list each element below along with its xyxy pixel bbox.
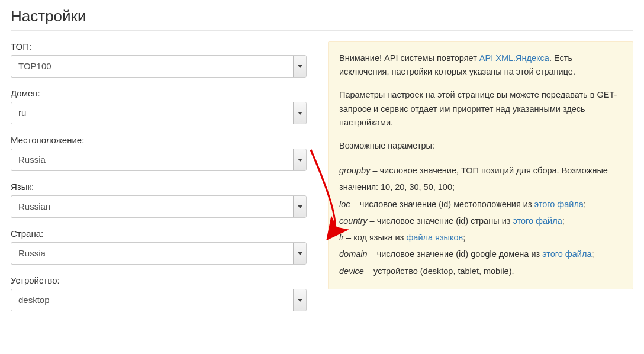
parameters-list: groupby – числовое значение, ТОП позиций… xyxy=(339,162,622,279)
chevron-down-icon[interactable] xyxy=(293,243,306,264)
param-desc: ; xyxy=(562,216,565,226)
param-name: lr xyxy=(339,233,344,242)
field-location: Местоположение: Russia xyxy=(11,135,307,171)
language-select[interactable]: Russian xyxy=(11,195,307,218)
field-device: Устройство: desktop xyxy=(11,275,307,311)
param-desc: – числовое значение (id) страны из xyxy=(368,216,513,226)
param-desc: – устройство (desktop, tablet, mobile). xyxy=(364,266,514,276)
info-paragraph-3: Возможные параметры: xyxy=(339,139,622,153)
param-name: domain xyxy=(339,249,368,259)
info-paragraph-1: Внимание! API системы повторяет API XML.… xyxy=(339,52,622,79)
field-domain: Домен: ru xyxy=(11,88,307,124)
device-select[interactable]: desktop xyxy=(11,289,307,311)
param-desc: ; xyxy=(591,249,594,259)
param-name: device xyxy=(339,266,364,276)
location-select-value: Russia xyxy=(11,149,307,171)
domain-select[interactable]: ru xyxy=(11,102,307,124)
param-country: country – числовое значение (id) страны … xyxy=(339,213,622,229)
param-device: device – устройство (desktop, tablet, mo… xyxy=(339,263,622,279)
loc-file-link[interactable]: этого файла xyxy=(534,199,584,209)
param-lr: lr – код языка из файла языков; xyxy=(339,229,622,246)
device-label: Устройство: xyxy=(11,275,307,285)
settings-form: ТОП: TOP100 Домен: ru Местоположение: Ru… xyxy=(11,41,307,322)
chevron-down-icon[interactable] xyxy=(293,149,306,170)
chevron-down-icon[interactable] xyxy=(293,196,306,217)
country-label: Страна: xyxy=(11,229,307,239)
field-country: Страна: Russia xyxy=(11,229,307,265)
param-domain: domain – числовое значение (id) google д… xyxy=(339,246,622,262)
info-text: Внимание! API системы повторяет xyxy=(339,53,479,63)
info-panel: Внимание! API системы повторяет API XML.… xyxy=(328,41,633,289)
domain-file-link[interactable]: этого файла xyxy=(542,249,591,259)
domain-select-value: ru xyxy=(11,102,307,124)
param-desc: ; xyxy=(584,199,586,209)
info-paragraph-2: Параметры настроек на этой странице вы м… xyxy=(339,88,622,130)
field-top: ТОП: TOP100 xyxy=(11,41,307,78)
language-label: Язык: xyxy=(11,182,307,192)
top-label: ТОП: xyxy=(11,41,307,52)
api-xml-link[interactable]: API XML.Яндекса xyxy=(479,53,549,63)
device-select-value: desktop xyxy=(11,289,307,311)
country-file-link[interactable]: этого файла xyxy=(513,216,562,226)
country-select-value: Russia xyxy=(11,242,307,265)
param-loc: loc – числовое значение (id) местоположе… xyxy=(339,196,622,213)
chevron-down-icon[interactable] xyxy=(293,289,306,311)
top-select[interactable]: TOP100 xyxy=(11,55,307,78)
param-name: country xyxy=(339,216,368,226)
lr-file-link[interactable]: файла языков xyxy=(406,233,463,242)
param-desc: – код языка из xyxy=(344,233,406,242)
top-select-value: TOP100 xyxy=(11,55,307,78)
country-select[interactable]: Russia xyxy=(11,242,307,265)
param-desc: ; xyxy=(463,233,465,242)
chevron-down-icon[interactable] xyxy=(293,56,306,77)
param-groupby: groupby – числовое значение, ТОП позиций… xyxy=(339,162,622,196)
chevron-down-icon[interactable] xyxy=(293,102,306,124)
param-desc: – числовое значение, ТОП позиций для сбо… xyxy=(339,166,608,192)
location-select[interactable]: Russia xyxy=(11,149,307,171)
location-label: Местоположение: xyxy=(11,135,307,145)
param-name: groupby xyxy=(339,166,370,175)
field-language: Язык: Russian xyxy=(11,182,307,218)
param-name: loc xyxy=(339,199,350,209)
domain-label: Домен: xyxy=(11,88,307,98)
param-desc: – числовое значение (id) местоположения … xyxy=(350,199,534,209)
param-desc: – числовое значение (id) google домена и… xyxy=(368,249,543,259)
language-select-value: Russian xyxy=(11,195,307,218)
page-title: Настройки xyxy=(11,7,633,31)
